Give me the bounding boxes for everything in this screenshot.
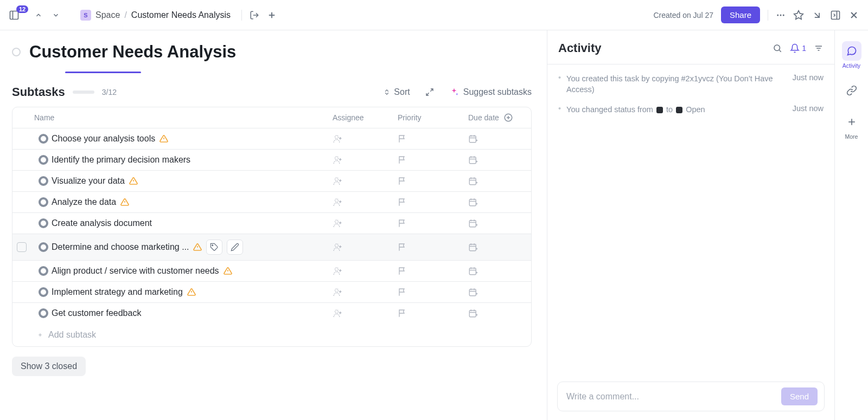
- subtask-row[interactable]: Align product / service with customer ne…: [12, 261, 531, 282]
- due-date-button[interactable]: [468, 308, 522, 318]
- subtask-row[interactable]: Implement strategy and marketing: [12, 282, 531, 303]
- download-icon[interactable]: [812, 10, 822, 21]
- show-closed-button[interactable]: Show 3 closed: [12, 357, 86, 376]
- priority-button[interactable]: [398, 134, 468, 144]
- breadcrumb-space-link[interactable]: Space: [95, 10, 120, 20]
- activity-item: •You created this task by copying #2x1yv…: [558, 69, 824, 100]
- row-status-icon[interactable]: [39, 218, 52, 228]
- nav-next-icon[interactable]: [52, 11, 60, 19]
- subtask-row[interactable]: Create analysis document: [12, 213, 531, 234]
- row-checkbox[interactable]: [17, 242, 27, 252]
- row-status-icon[interactable]: [39, 134, 52, 144]
- due-date-button[interactable]: [468, 176, 522, 186]
- due-date-button[interactable]: [468, 155, 522, 165]
- priority-button[interactable]: [398, 308, 468, 318]
- column-due-date[interactable]: Due date: [468, 113, 522, 122]
- subtasks-table: Name Assignee Priority Due date Choose y…: [12, 107, 532, 347]
- breadcrumb-current[interactable]: Customer Needs Analysis: [131, 10, 231, 20]
- column-priority[interactable]: Priority: [398, 113, 468, 122]
- row-status-icon[interactable]: [39, 176, 52, 186]
- assign-button[interactable]: [333, 176, 398, 186]
- status-indicator[interactable]: [12, 48, 21, 56]
- row-status-icon[interactable]: [39, 242, 52, 252]
- row-name[interactable]: Determine and choose marketing ...: [52, 240, 333, 255]
- assign-button[interactable]: [333, 287, 398, 297]
- row-status-icon[interactable]: [39, 308, 52, 318]
- svg-line-15: [426, 93, 429, 95]
- subtask-row[interactable]: Determine and choose marketing ...: [12, 234, 531, 261]
- page-title[interactable]: Customer Needs Analysis: [29, 42, 236, 62]
- priority-button[interactable]: [398, 155, 468, 165]
- rail-link[interactable]: [842, 81, 861, 100]
- row-name[interactable]: Create analysis document: [52, 218, 333, 228]
- svg-rect-76: [469, 244, 476, 251]
- assign-button[interactable]: [333, 218, 398, 228]
- activity-notifications[interactable]: 1: [790, 43, 806, 53]
- assign-button[interactable]: [333, 197, 398, 207]
- due-date-button[interactable]: [468, 266, 522, 276]
- breadcrumb: S Space / Customer Needs Analysis: [80, 10, 277, 21]
- sort-action[interactable]: Sort: [383, 87, 410, 97]
- svg-point-52: [335, 199, 339, 202]
- row-status-icon[interactable]: [39, 155, 52, 165]
- add-column-icon[interactable]: [503, 113, 513, 122]
- priority-button[interactable]: [398, 287, 468, 297]
- due-date-button[interactable]: [468, 242, 522, 252]
- rail-more[interactable]: More: [842, 112, 861, 140]
- activity-filter-icon[interactable]: [814, 43, 824, 53]
- add-icon[interactable]: [267, 10, 277, 20]
- row-name[interactable]: Align product / service with customer ne…: [52, 266, 333, 276]
- suggest-subtasks-action[interactable]: Suggest subtasks: [449, 87, 532, 97]
- due-date-button[interactable]: [468, 218, 522, 228]
- more-menu-icon[interactable]: [776, 10, 786, 20]
- due-date-button[interactable]: [468, 287, 522, 297]
- assign-button[interactable]: [333, 308, 398, 318]
- expand-action[interactable]: [425, 88, 434, 96]
- priority-button[interactable]: [398, 266, 468, 276]
- subtask-row[interactable]: Visualize your data: [12, 171, 531, 192]
- tag-button[interactable]: [206, 240, 222, 255]
- activity-search-icon[interactable]: [773, 43, 782, 53]
- row-name[interactable]: Implement strategy and marketing: [52, 287, 333, 297]
- row-name[interactable]: Analyze the data: [52, 197, 333, 207]
- status-swatch-to: [676, 107, 682, 113]
- nav-prev-icon[interactable]: [35, 11, 42, 19]
- sidebar-toggle[interactable]: 12: [9, 10, 25, 21]
- assign-button[interactable]: [333, 266, 398, 276]
- share-button[interactable]: Share: [721, 7, 760, 23]
- column-name[interactable]: Name: [21, 113, 333, 122]
- collapse-panel-icon[interactable]: [830, 10, 841, 21]
- comment-box[interactable]: Send: [557, 382, 825, 411]
- assign-button[interactable]: [333, 155, 398, 165]
- priority-button[interactable]: [398, 197, 468, 207]
- column-assignee[interactable]: Assignee: [333, 113, 398, 122]
- subtask-row[interactable]: Identify the primary decision makers: [12, 150, 531, 171]
- row-name[interactable]: Get customer feedback: [52, 308, 333, 318]
- close-icon[interactable]: [848, 10, 859, 21]
- priority-button[interactable]: [398, 176, 468, 186]
- assign-button[interactable]: [333, 242, 398, 252]
- add-subtask-label: Add subtask: [48, 330, 96, 340]
- comment-input[interactable]: [566, 392, 781, 402]
- row-name[interactable]: Choose your analysis tools: [52, 134, 333, 144]
- row-name[interactable]: Visualize your data: [52, 176, 333, 186]
- due-date-button[interactable]: [468, 134, 522, 144]
- row-name[interactable]: Identify the primary decision makers: [52, 155, 333, 165]
- favorite-icon[interactable]: [793, 10, 804, 21]
- send-button[interactable]: Send: [781, 387, 818, 405]
- priority-button[interactable]: [398, 218, 468, 228]
- subtask-row[interactable]: Get customer feedback: [12, 303, 531, 324]
- subtask-row[interactable]: Choose your analysis tools: [12, 128, 531, 150]
- row-status-icon[interactable]: [39, 197, 52, 207]
- row-status-icon[interactable]: [39, 287, 52, 297]
- subtask-row[interactable]: Analyze the data: [12, 192, 531, 213]
- move-task-icon[interactable]: [250, 10, 259, 20]
- due-date-button[interactable]: [468, 197, 522, 207]
- priority-button[interactable]: [398, 242, 468, 252]
- add-subtask-row[interactable]: Add subtask: [12, 324, 531, 346]
- rail-activity[interactable]: Activity: [842, 41, 861, 69]
- bell-icon: [790, 43, 800, 53]
- row-status-icon[interactable]: [39, 266, 52, 276]
- edit-button[interactable]: [227, 240, 243, 255]
- assign-button[interactable]: [333, 134, 398, 144]
